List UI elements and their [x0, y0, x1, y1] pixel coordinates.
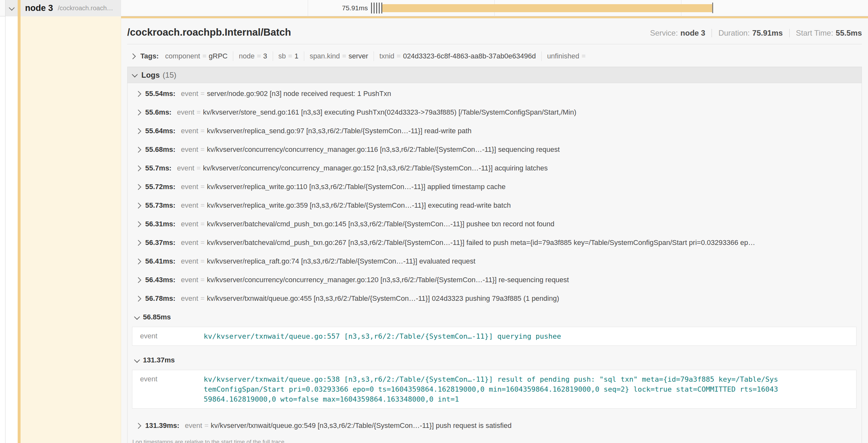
log-row-key: event	[181, 183, 198, 191]
tag-item: component=gRPC	[165, 52, 227, 60]
tag-separator	[233, 52, 233, 61]
equals-sign: =	[200, 294, 205, 303]
log-row[interactable]: 56.37ms: event = kv/kvserver/batcheval/c…	[127, 233, 862, 252]
timeline-gridline	[308, 0, 308, 16]
log-row[interactable]: 55.73ms: event = kv/kvserver/replica_wri…	[127, 196, 862, 215]
equals-sign: =	[200, 145, 205, 154]
log-row[interactable]: 55.54ms: event = server/node.go:902 [n3]…	[127, 84, 862, 103]
log-expanded-value: kv/kvserver/txnwait/queue.go:538 [n3,s3,…	[204, 374, 779, 404]
tag-item: sb=1	[279, 52, 299, 60]
tag-item: unfinished=	[547, 52, 588, 60]
chevron-down-icon[interactable]	[134, 314, 140, 319]
log-expanded-header[interactable]: 56.85ms	[127, 310, 862, 324]
log-entry-expanded: 56.85ms event kv/kvserver/txnwait/queue.…	[127, 310, 862, 346]
tag-key: unfinished	[547, 52, 579, 60]
tag-value: 3	[263, 52, 267, 60]
chevron-right-icon[interactable]	[135, 184, 141, 190]
span-timeline-row[interactable]: node 3 /cockroach.roach… 75.91ms	[0, 0, 868, 16]
logs-count: (15)	[162, 71, 176, 79]
service-label: Service:	[650, 29, 678, 38]
trace-span-detail-screen: node 3 /cockroach.roach… 75.91ms /cockro…	[0, 0, 868, 443]
log-row-value: kv/kvserver/replica_write.go:359 [n3,s3,…	[207, 201, 511, 210]
log-row[interactable]: 55.6ms: event = kv/kvserver/store_send.g…	[127, 103, 862, 122]
equals-sign: =	[200, 239, 205, 247]
log-row[interactable]: 56.31ms: event = kv/kvserver/batcheval/c…	[127, 215, 862, 233]
span-meta: Service: node 3 Duration: 75.91ms Start …	[650, 29, 862, 38]
log-row-key: event	[185, 421, 202, 430]
chevron-right-icon[interactable]	[135, 165, 141, 171]
log-row-value: kv/kvserver/concurrency/concurrency_mana…	[207, 145, 560, 154]
log-row-key: event	[177, 164, 194, 172]
tag-value: gRPC	[209, 52, 228, 60]
log-row[interactable]: 55.72ms: event = kv/kvserver/replica_wri…	[127, 177, 862, 196]
tag-separator	[374, 52, 374, 61]
chevron-right-icon[interactable]	[135, 128, 141, 134]
log-row-key: event	[181, 201, 198, 210]
chevron-down-icon[interactable]	[134, 356, 140, 363]
separator	[789, 29, 789, 37]
equals-sign: =	[204, 421, 209, 430]
span-detail-header: /cockroach.roachpb.Internal/Batch Servic…	[127, 27, 862, 38]
span-operation-name: /cockroach.roach…	[58, 4, 113, 12]
log-tick-marker-end	[712, 3, 713, 13]
left-gutter-divider	[5, 0, 5, 443]
chevron-right-icon[interactable]	[135, 240, 141, 246]
tags-accordion[interactable]: Tags: component=gRPC node=3 sb=1 span.ki…	[127, 49, 862, 63]
chevron-right-icon[interactable]	[135, 91, 141, 97]
logs-accordion-header[interactable]: Logs (15)	[127, 67, 862, 83]
chevron-right-icon[interactable]	[135, 296, 141, 301]
chevron-right-icon[interactable]	[135, 423, 141, 429]
log-row-time: 56.43ms:	[145, 276, 176, 284]
log-row-time: 55.7ms:	[145, 164, 172, 172]
log-row-time: 56.41ms:	[145, 257, 176, 266]
log-row-value: kv/kvserver/replica_send.go:97 [n3,s3,r6…	[207, 127, 472, 135]
chevron-right-icon[interactable]	[135, 109, 141, 115]
logs-title: Logs	[141, 71, 160, 79]
log-row-time: 55.6ms:	[145, 108, 172, 116]
service-value: node 3	[680, 29, 705, 38]
log-row-value: kv/kvserver/txnwait/queue.go:549 [n3,s3,…	[211, 421, 512, 430]
tag-value: 024d3323-6c8f-4863-aa8b-37ab0e63496d	[403, 52, 535, 60]
tag-item: txnid=024d3323-6c8f-4863-aa8b-37ab0e6349…	[379, 52, 536, 60]
log-row[interactable]: 55.7ms: event = kv/kvserver/concurrency/…	[127, 159, 862, 177]
span-duration-bar[interactable]	[382, 4, 713, 12]
duration-value: 75.91ms	[752, 29, 783, 38]
chevron-right-icon[interactable]	[135, 147, 141, 152]
log-row-value: kv/kvserver/replica_raft.go:74 [n3,s3,r6…	[207, 257, 475, 266]
equals-sign: =	[257, 52, 261, 60]
chevron-right-icon[interactable]	[135, 221, 141, 227]
equals-sign: =	[200, 220, 205, 228]
log-row-time: 56.31ms:	[145, 220, 176, 228]
log-row[interactable]: 55.64ms: event = kv/kvserver/replica_sen…	[127, 122, 862, 140]
log-row-key: event	[177, 108, 194, 116]
log-tick-marker	[374, 3, 375, 13]
tag-key: span.kind	[310, 52, 340, 60]
log-tick-marker	[379, 3, 380, 13]
chevron-right-icon[interactable]	[135, 203, 141, 208]
log-expanded-header[interactable]: 131.37ms	[127, 353, 862, 367]
equals-sign: =	[200, 257, 205, 266]
chevron-down-icon[interactable]	[132, 72, 137, 77]
equals-sign: =	[200, 127, 205, 135]
log-row[interactable]: 131.39ms: event = kv/kvserver/txnwait/qu…	[127, 416, 862, 435]
log-row-time: 131.39ms:	[145, 421, 179, 430]
equals-sign: =	[342, 52, 346, 60]
span-name-cell[interactable]: node 3 /cockroach.roach…	[5, 0, 121, 16]
logs-footer-note: Log timestamps are relative to the start…	[127, 435, 862, 443]
log-row[interactable]: 56.78ms: event = kv/kvserver/txnwait/que…	[127, 289, 862, 308]
log-row-time: 56.78ms:	[145, 294, 176, 303]
log-expanded-time: 56.85ms	[143, 313, 171, 321]
log-row-value: kv/kvserver/concurrency/concurrency_mana…	[207, 276, 569, 284]
log-row-key: event	[181, 239, 198, 247]
chevron-right-icon[interactable]	[135, 277, 141, 283]
tag-item: node=3	[239, 52, 267, 60]
log-row[interactable]: 55.68ms: event = kv/kvserver/concurrency…	[127, 140, 862, 159]
chevron-right-icon[interactable]	[130, 53, 135, 59]
span-timeline-track[interactable]: 75.91ms	[121, 0, 868, 16]
log-row[interactable]: 56.43ms: event = kv/kvserver/concurrency…	[127, 271, 862, 289]
chevron-down-icon[interactable]	[9, 5, 14, 10]
log-row[interactable]: 56.41ms: event = kv/kvserver/replica_raf…	[127, 252, 862, 271]
log-row-key: event	[181, 276, 198, 284]
chevron-right-icon[interactable]	[135, 259, 141, 264]
log-row-key: event	[181, 220, 198, 228]
